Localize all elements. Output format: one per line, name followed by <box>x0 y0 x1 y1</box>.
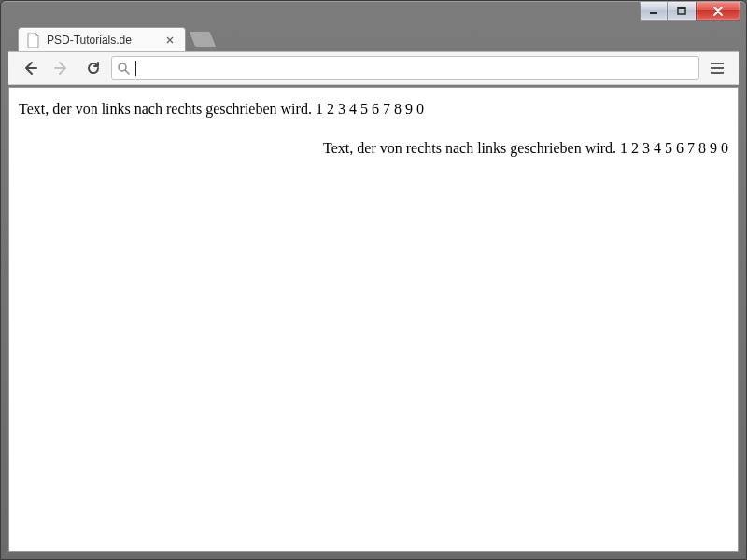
reload-button[interactable] <box>79 55 107 81</box>
svg-line-4 <box>125 70 129 74</box>
arrow-left-icon <box>21 60 38 77</box>
chrome-area: PSD-Tutorials.de <box>8 27 739 85</box>
page-body: Text, der von links nach rechts geschrie… <box>9 88 738 170</box>
maximize-icon <box>677 7 686 16</box>
window-titlebar <box>1 1 746 27</box>
address-bar[interactable] <box>111 56 699 80</box>
ltr-text-line: Text, der von links nach rechts geschrie… <box>19 101 728 118</box>
minimize-button[interactable] <box>640 2 668 21</box>
toolbar <box>8 51 739 85</box>
forward-button[interactable] <box>48 55 76 81</box>
menu-button[interactable] <box>703 55 731 81</box>
url-input[interactable] <box>135 61 693 76</box>
page-viewport[interactable]: Text, der von links nach rechts geschrie… <box>8 87 739 552</box>
minimize-icon <box>649 7 658 16</box>
close-icon <box>712 7 724 16</box>
x-icon <box>166 36 174 44</box>
tabstrip: PSD-Tutorials.de <box>8 25 739 51</box>
arrow-right-icon <box>53 60 70 77</box>
search-icon <box>118 63 130 75</box>
tab-title: PSD-Tutorials.de <box>47 34 157 47</box>
close-button[interactable] <box>696 2 740 21</box>
text-cursor <box>135 61 136 76</box>
new-tab-button[interactable] <box>188 31 217 48</box>
back-button[interactable] <box>16 55 44 81</box>
hamburger-icon <box>711 63 724 74</box>
tab-close-button[interactable] <box>162 33 177 48</box>
browser-tab[interactable]: PSD-Tutorials.de <box>18 27 186 51</box>
maximize-button[interactable] <box>668 2 696 21</box>
window-frame: PSD-Tutorials.de <box>0 0 747 560</box>
file-icon <box>26 33 41 48</box>
svg-rect-0 <box>650 12 657 14</box>
svg-rect-2 <box>678 7 685 9</box>
window-buttons <box>640 2 740 21</box>
rtl-text-line: Text, der von rechts nach links geschrie… <box>19 140 728 157</box>
reload-icon <box>86 61 101 76</box>
